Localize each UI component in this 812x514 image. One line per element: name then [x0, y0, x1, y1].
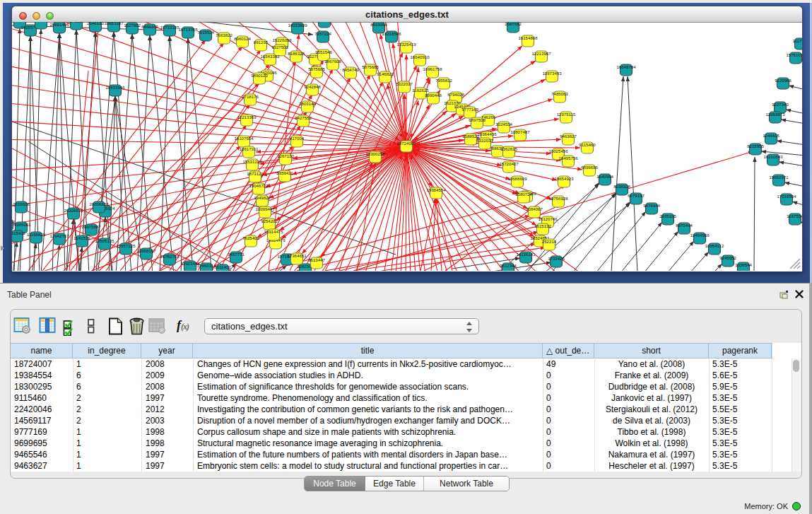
- svg-text:1615132: 1615132: [534, 223, 551, 228]
- svg-text:19654923: 19654923: [554, 176, 574, 181]
- svg-text:9146821: 9146821: [377, 71, 394, 76]
- svg-text:19384554: 19384554: [426, 187, 446, 192]
- svg-text:7357224: 7357224: [314, 31, 331, 36]
- svg-text:8186328: 8186328: [288, 51, 305, 56]
- svg-text:15531224: 15531224: [242, 159, 262, 164]
- svg-text:12213967: 12213967: [531, 51, 551, 56]
- svg-text:10958107: 10958107: [136, 248, 156, 253]
- svg-text:9457771: 9457771: [228, 252, 245, 257]
- svg-text:6899695: 6899695: [581, 165, 598, 170]
- svg-text:1167534: 1167534: [787, 214, 804, 218]
- svg-text:6466160: 6466160: [141, 24, 158, 29]
- svg-text:2803144: 2803144: [299, 101, 316, 106]
- svg-text:9612344: 9612344: [500, 263, 517, 268]
- svg-text:8990448: 8990448: [425, 93, 442, 98]
- svg-text:6794028: 6794028: [447, 92, 464, 97]
- svg-text:1141519: 1141519: [73, 235, 90, 240]
- svg-text:11156829: 11156829: [27, 232, 46, 237]
- svg-text:16120746: 16120746: [538, 216, 558, 221]
- svg-text:1244415: 1244415: [763, 133, 779, 138]
- svg-text:9084067: 9084067: [526, 206, 543, 211]
- svg-text:13325419: 13325419: [396, 42, 416, 47]
- svg-text:3915411: 3915411: [8, 230, 25, 235]
- svg-text:2069140: 2069140: [33, 18, 49, 23]
- svg-text:1949822: 1949822: [254, 195, 271, 200]
- svg-text:18300295: 18300295: [365, 151, 385, 156]
- svg-text:12213369: 12213369: [237, 115, 257, 119]
- svg-text:10719155: 10719155: [160, 25, 180, 30]
- svg-text:15720407: 15720407: [499, 161, 519, 166]
- svg-text:7515524: 7515524: [197, 30, 214, 35]
- svg-text:1841504: 1841504: [68, 18, 85, 23]
- svg-text:16210643: 16210643: [763, 154, 783, 159]
- svg-text:7955812: 7955812: [435, 78, 452, 83]
- svg-text:20206576: 20206576: [64, 208, 83, 213]
- svg-text:9121954: 9121954: [316, 16, 333, 21]
- svg-text:8454749: 8454749: [342, 67, 359, 72]
- svg-text:2867608: 2867608: [324, 59, 341, 64]
- svg-text:10973493: 10973493: [542, 71, 562, 76]
- svg-text:2046133: 2046133: [87, 21, 104, 25]
- svg-text:10688609: 10688609: [507, 176, 527, 181]
- svg-text:252214: 252214: [542, 239, 557, 244]
- svg-text:12942757: 12942757: [49, 233, 69, 238]
- svg-text:417004: 417004: [290, 136, 305, 141]
- svg-text:16033809: 16033809: [288, 23, 307, 28]
- svg-text:9474444: 9474444: [643, 203, 660, 208]
- svg-text:16107554: 16107554: [234, 136, 254, 141]
- svg-text:2087682: 2087682: [505, 21, 522, 26]
- svg-text:17016504: 17016504: [777, 194, 796, 199]
- svg-text:6322037: 6322037: [476, 138, 493, 143]
- svg-text:10854112: 10854112: [705, 243, 724, 248]
- svg-text:9254202: 9254202: [261, 218, 278, 223]
- svg-text:1527602: 1527602: [124, 23, 141, 28]
- svg-text:16640910: 16640910: [410, 54, 430, 59]
- svg-text:2935105: 2935105: [659, 214, 676, 218]
- svg-text:5875685: 5875685: [308, 66, 325, 71]
- svg-text:9313011: 9313011: [0, 219, 16, 224]
- svg-text:7663822: 7663822: [216, 33, 233, 37]
- svg-text:19756928: 19756928: [548, 196, 568, 201]
- svg-text:12975115: 12975115: [557, 112, 576, 117]
- svg-text:1405571: 1405571: [11, 17, 28, 22]
- svg-text:1117304: 1117304: [793, 38, 809, 43]
- svg-text:9890123: 9890123: [251, 73, 268, 78]
- svg-text:20691406: 20691406: [49, 22, 69, 27]
- svg-text:14136141: 14136141: [516, 252, 536, 257]
- svg-text:18724007: 18724007: [396, 141, 416, 146]
- svg-text:1162615: 1162615: [412, 88, 429, 93]
- svg-text:16961758: 16961758: [423, 66, 442, 71]
- svg-text:8215955: 8215955: [747, 144, 764, 148]
- svg-text:20533946: 20533946: [105, 85, 125, 90]
- svg-text:1026544: 1026544: [735, 262, 752, 267]
- svg-text:20975887: 20975887: [81, 224, 101, 229]
- svg-text:9551546: 9551546: [315, 49, 332, 54]
- svg-text:20806828: 20806828: [89, 201, 109, 206]
- svg-text:12505135: 12505135: [95, 238, 114, 243]
- svg-text:19046722: 19046722: [249, 183, 269, 188]
- svg-text:9463627: 9463627: [560, 134, 577, 139]
- svg-text:12650316: 12650316: [196, 263, 216, 268]
- svg-text:16543362: 16543362: [260, 54, 280, 59]
- svg-text:1873121: 1873121: [247, 171, 264, 176]
- svg-text:7251402: 7251402: [0, 228, 11, 233]
- svg-text:6897508: 6897508: [469, 117, 486, 122]
- svg-text:3267130: 3267130: [277, 153, 294, 158]
- svg-text:1362615: 1362615: [500, 146, 517, 151]
- svg-text:9777169: 9777169: [461, 107, 478, 112]
- svg-text:9242848: 9242848: [304, 84, 321, 89]
- svg-text:6679197: 6679197: [628, 193, 645, 198]
- svg-text:9129966: 9129966: [775, 78, 792, 83]
- svg-text:5875685: 5875685: [362, 64, 379, 69]
- svg-text:10494558: 10494558: [690, 233, 710, 238]
- svg-text:10653287: 10653287: [104, 21, 124, 25]
- svg-text:16782759: 16782759: [160, 254, 180, 259]
- svg-text:16713355: 16713355: [178, 27, 198, 32]
- svg-text:1640954: 1640954: [596, 174, 613, 179]
- svg-text:18495756: 18495756: [558, 156, 578, 160]
- svg-text:17364651: 17364651: [287, 253, 307, 258]
- svg-text:5322037: 5322037: [396, 81, 413, 86]
- svg-text:9227343: 9227343: [772, 102, 789, 107]
- svg-text:1580724: 1580724: [515, 192, 532, 197]
- svg-text:891295: 891295: [254, 40, 269, 45]
